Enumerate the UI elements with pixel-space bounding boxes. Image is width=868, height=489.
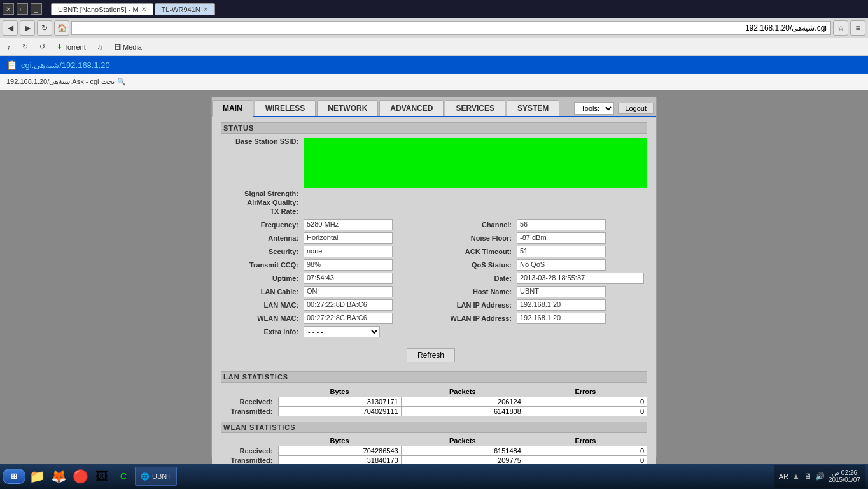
url-blue-strip: 192.168.1.20/شيةهى.cgi 📋 bbox=[0, 56, 868, 74]
taskbar-right: AR ▲ 🖥 🔊 02:26 ص 2015/01/07 bbox=[774, 465, 865, 488]
acktimeout-row: ACK Timeout: 51 bbox=[434, 246, 647, 257]
tools-dropdown[interactable]: Tools: bbox=[574, 102, 614, 115]
window-controls[interactable]: ✕ □ _ bbox=[3, 3, 42, 15]
router-nav-tabs: MAIN WIRELESS NETWORK ADVANCED SERVICES … bbox=[212, 97, 656, 117]
files-icon: 📁 bbox=[29, 469, 45, 484]
clock-date: 2015/01/07 bbox=[829, 476, 860, 483]
taskbar-icon-app3[interactable]: 🔴 bbox=[70, 466, 90, 486]
hostname-label: Host Name: bbox=[434, 288, 517, 295]
arrow-icon: ▲ bbox=[792, 472, 800, 481]
menu-button[interactable]: ≡ bbox=[850, 20, 865, 36]
refresh-nav-button[interactable]: ↻ bbox=[37, 20, 52, 36]
forward-button[interactable]: ▶ bbox=[20, 20, 35, 36]
txrate-label: TX Rate: bbox=[221, 208, 304, 215]
txrate-space bbox=[304, 208, 647, 215]
start-button[interactable]: ⊞ bbox=[3, 469, 25, 484]
extrainfo-label: Extra info: bbox=[221, 328, 304, 336]
channel-label: Channel: bbox=[434, 221, 517, 229]
tab-system[interactable]: SYSTEM bbox=[507, 100, 559, 116]
app3-icon: 🔴 bbox=[73, 469, 88, 484]
toolbar-refresh[interactable]: ↻ bbox=[19, 41, 31, 52]
tab-tl[interactable]: TL-WR941N ✕ bbox=[155, 3, 215, 15]
search-icon: 🔍 bbox=[117, 78, 126, 86]
back-button[interactable]: ◀ bbox=[3, 20, 18, 36]
col-right: Channel: 56 Noise Floor: -87 dBm ACK Tim… bbox=[434, 219, 647, 339]
frequency-label: Frequency: bbox=[221, 221, 304, 229]
toolbar-sound[interactable]: ♪ bbox=[4, 42, 14, 52]
channel-value: 56 bbox=[517, 219, 606, 230]
network-icon: 🖥 bbox=[804, 472, 811, 481]
hostname-value: UBNT bbox=[517, 286, 606, 297]
lan-received-bytes: 31307171 bbox=[278, 397, 401, 407]
lan-stats-table: Bytes Packets Errors Received: 31307171 … bbox=[221, 386, 647, 416]
wlanip-row: WLAN IP Address: 192.168.1.20 bbox=[434, 313, 647, 324]
antenna-value: Horizontal bbox=[304, 232, 393, 244]
tab-wireless[interactable]: WIRELESS bbox=[255, 100, 316, 116]
refresh-row: Refresh bbox=[221, 343, 641, 367]
app4-icon: 🖼 bbox=[95, 469, 108, 484]
lan-stats-header: LAN STATISTICS bbox=[221, 371, 647, 383]
lanmac-label: LAN MAC: bbox=[221, 301, 304, 309]
tab-network[interactable]: NETWORK bbox=[317, 100, 378, 116]
date-label: Date: bbox=[434, 274, 517, 282]
home-button[interactable]: 🏠 bbox=[54, 20, 69, 36]
lan-col-packets: Packets bbox=[401, 386, 524, 397]
bookmark-button[interactable]: ☆ bbox=[833, 20, 848, 36]
tab-services[interactable]: SERVICES bbox=[445, 100, 505, 116]
toolbar-torrent[interactable]: ⬇Torrent bbox=[53, 41, 89, 52]
refresh-button[interactable]: Refresh bbox=[407, 348, 455, 362]
ssid-label: Base Station SSID: bbox=[221, 138, 304, 188]
tab-main[interactable]: MAIN bbox=[212, 100, 253, 117]
wlanmac-label: WLAN MAC: bbox=[221, 315, 304, 322]
tab-tl-label: TL-WR941N bbox=[162, 6, 200, 13]
address-input[interactable] bbox=[71, 21, 831, 35]
signal-space bbox=[304, 190, 647, 197]
txrate-label-row: TX Rate: bbox=[221, 208, 647, 215]
qos-value: No QoS bbox=[517, 259, 606, 271]
ccq-value: 98% bbox=[304, 259, 393, 271]
lan-received-errors: 0 bbox=[524, 397, 647, 407]
taskbar-app-browser[interactable]: 🌐 UBNT bbox=[135, 467, 177, 486]
router-panel: MAIN WIRELESS NETWORK ADVANCED SERVICES … bbox=[211, 97, 657, 457]
taskbar-icon-files[interactable]: 📁 bbox=[27, 466, 47, 486]
maximize-button[interactable]: □ bbox=[17, 3, 28, 15]
search-bar: 🔍 بحث Ask - cgi.شيةهى/192.168.1.20 bbox=[0, 74, 868, 90]
channel-row: Channel: 56 bbox=[434, 219, 647, 230]
tab-ubnt-label: UBNT: [NanoStation5] - M bbox=[58, 6, 139, 13]
nav-tab-right: Tools: Logout bbox=[574, 102, 656, 116]
taskbar-icon-app4[interactable]: 🖼 bbox=[92, 466, 112, 486]
tab-ubnt[interactable]: UBNT: [NanoStation5] - M ✕ bbox=[51, 3, 153, 15]
noisefloor-row: Noise Floor: -87 dBm bbox=[434, 232, 647, 244]
toolbar-back[interactable]: ↺ bbox=[36, 41, 48, 52]
content-area: STATUS Base Station SSID: Signal Strengt… bbox=[212, 117, 656, 473]
lan-col-errors: Errors bbox=[524, 386, 647, 397]
window-title-bar: ✕ □ _ UBNT: [NanoStation5] - M ✕ TL-WR94… bbox=[0, 0, 868, 18]
toolbar-media[interactable]: ♫ bbox=[94, 42, 106, 52]
noisefloor-value: -87 dBm bbox=[517, 232, 606, 244]
tab-tl-close[interactable]: ✕ bbox=[203, 6, 208, 13]
clock-time: 02:26 ص bbox=[829, 469, 860, 476]
uptime-value: 07:54:43 bbox=[304, 273, 393, 284]
close-button[interactable]: ✕ bbox=[3, 3, 14, 15]
wlanip-value: 192.168.1.20 bbox=[517, 313, 606, 324]
tab-ubnt-close[interactable]: ✕ bbox=[141, 6, 146, 13]
wlan-stats-table: Bytes Packets Errors Received: 704286543… bbox=[221, 436, 647, 465]
airmax-label-row: AirMax Quality: bbox=[221, 199, 647, 206]
lan-transmitted-bytes: 704029111 bbox=[278, 407, 401, 416]
logout-button[interactable]: Logout bbox=[618, 103, 654, 114]
bookmark-icon[interactable]: 📋 bbox=[6, 60, 17, 70]
status-ssid-row: Base Station SSID: bbox=[221, 138, 647, 188]
lan-col-bytes: Bytes bbox=[278, 386, 401, 397]
bottom-taskbar: ⊞ 📁 🦊 🔴 🖼 C 🌐 UBNT AR ▲ 🖥 🔊 02:26 ص 2015… bbox=[0, 464, 868, 489]
main-content: MAIN WIRELESS NETWORK ADVANCED SERVICES … bbox=[0, 90, 868, 464]
extrainfo-dropdown[interactable]: - - - - bbox=[304, 326, 380, 337]
toolbar-media2[interactable]: 🎞Media bbox=[111, 42, 145, 52]
taskbar-icon-firefox[interactable]: 🦊 bbox=[48, 466, 69, 486]
qos-row: QoS Status: No QoS bbox=[434, 259, 647, 271]
lan-transmitted-label: Transmitted: bbox=[221, 407, 278, 416]
tab-advanced[interactable]: ADVANCED bbox=[379, 100, 444, 116]
security-value: none bbox=[304, 246, 393, 257]
minimize-button[interactable]: _ bbox=[31, 3, 42, 15]
antenna-row: Antenna: Horizontal bbox=[221, 232, 434, 244]
taskbar-icon-app5[interactable]: C bbox=[113, 466, 134, 486]
